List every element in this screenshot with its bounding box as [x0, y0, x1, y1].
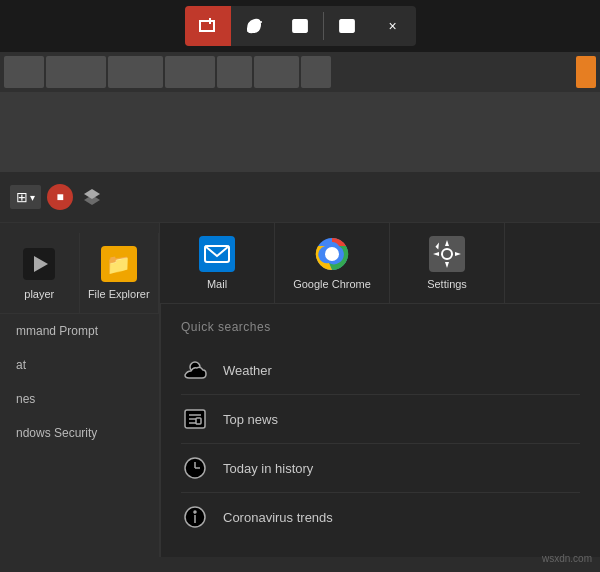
taskbar-item[interactable]: [301, 56, 331, 88]
stop-icon[interactable]: ■: [47, 184, 73, 210]
snip-window-button[interactable]: [277, 6, 323, 46]
media-player-icon: [21, 246, 57, 282]
taskbar-item[interactable]: [108, 56, 163, 88]
qs-weather[interactable]: Weather: [181, 346, 580, 395]
taskbar-item-accent[interactable]: [576, 56, 596, 88]
grey-band: [0, 92, 600, 172]
snip-fullscreen-button[interactable]: [324, 6, 370, 46]
svg-marker-10: [84, 195, 100, 205]
right-panel: Mail Google Chrome: [160, 223, 600, 557]
qs-today-history[interactable]: Today in history: [181, 444, 580, 493]
quick-searches-panel: Quick searches Weather: [160, 304, 600, 557]
qs-today-history-label: Today in history: [223, 461, 313, 476]
snip-freeform-button[interactable]: [231, 6, 277, 46]
svg-rect-5: [293, 20, 307, 32]
qs-coronavirus-label: Coronavirus trends: [223, 510, 333, 525]
taskbar-item[interactable]: [46, 56, 106, 88]
app-google-chrome[interactable]: Google Chrome: [275, 223, 390, 303]
list-item-2[interactable]: at: [0, 348, 159, 382]
weather-icon: [181, 356, 209, 384]
snip-rect-button[interactable]: [185, 6, 231, 46]
app-label-settings: Settings: [427, 278, 467, 290]
svg-rect-8: [343, 23, 351, 29]
mail-icon: [199, 236, 235, 272]
quick-searches-title: Quick searches: [181, 320, 580, 334]
list-item-windows-security[interactable]: ndows Security: [0, 416, 159, 450]
taskbar-item[interactable]: [4, 56, 44, 88]
app-label-media-player: player: [24, 288, 54, 300]
lower-section: player 📁 File Explorer mmand Prompt at n…: [0, 222, 600, 557]
list-item-3[interactable]: nes: [0, 382, 159, 416]
snip-toolbar: ×: [185, 6, 416, 46]
app-settings[interactable]: Settings: [390, 223, 505, 303]
chevron-down-icon: ▾: [30, 192, 35, 203]
svg-point-17: [327, 249, 337, 259]
watermark: wsxdn.com: [542, 553, 592, 564]
view-icon: ⊞: [16, 189, 28, 205]
qs-coronavirus[interactable]: Coronavirus trends: [181, 493, 580, 541]
svg-point-32: [194, 511, 196, 513]
svg-rect-26: [196, 418, 201, 424]
settings-icon: [429, 236, 465, 272]
layers-icon[interactable]: [79, 184, 105, 210]
app-media-player[interactable]: player: [0, 233, 80, 313]
pinned-apps-right: Mail Google Chrome: [160, 223, 600, 304]
taskbar-item[interactable]: [165, 56, 215, 88]
list-item-command-prompt[interactable]: mmand Prompt: [0, 314, 159, 348]
app-label-file-explorer: File Explorer: [88, 288, 150, 300]
taskbar-item[interactable]: [217, 56, 252, 88]
svg-rect-0: [200, 21, 214, 31]
clock-icon: [181, 454, 209, 482]
close-button[interactable]: ×: [370, 6, 416, 46]
app-toolbar-row: ⊞ ▾ ■: [0, 172, 600, 222]
news-icon: [181, 405, 209, 433]
taskbar-item[interactable]: [254, 56, 299, 88]
app-label-mail: Mail: [207, 278, 227, 290]
file-explorer-icon: 📁: [101, 246, 137, 282]
qs-top-news[interactable]: Top news: [181, 395, 580, 444]
qs-top-news-label: Top news: [223, 412, 278, 427]
app-mail[interactable]: Mail: [160, 223, 275, 303]
top-toolbar: ×: [0, 0, 600, 52]
info-icon: [181, 503, 209, 531]
main-content: ⊞ ▾ ■: [0, 92, 600, 572]
app-file-explorer[interactable]: 📁 File Explorer: [80, 233, 160, 313]
taskbar: [0, 52, 600, 92]
view-button[interactable]: ⊞ ▾: [10, 185, 41, 209]
google-chrome-icon: [314, 236, 350, 272]
app-label-google-chrome: Google Chrome: [293, 278, 371, 290]
left-list: player 📁 File Explorer mmand Prompt at n…: [0, 223, 160, 557]
qs-weather-label: Weather: [223, 363, 272, 378]
